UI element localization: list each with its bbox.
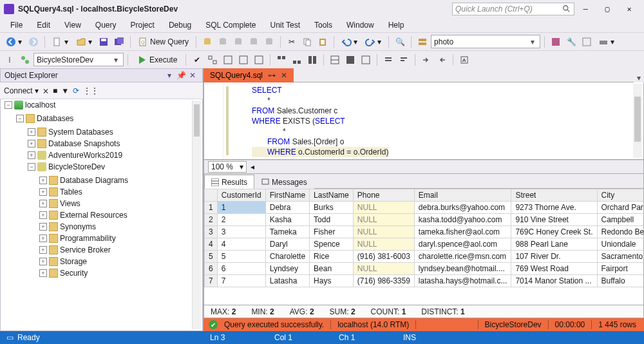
db-icon-2[interactable] bbox=[216, 35, 230, 49]
menu-view[interactable]: View bbox=[58, 19, 88, 31]
tree-node[interactable]: +Tables bbox=[39, 186, 202, 198]
table-row[interactable]: 77LatashaHays(716) 986-3359latasha.hays@… bbox=[205, 275, 645, 287]
db-icon-4[interactable] bbox=[247, 35, 261, 49]
scrollbar-vertical[interactable] bbox=[192, 100, 201, 329]
tree-node[interactable]: +Database Snapshots bbox=[28, 138, 202, 149]
minimize-button[interactable]: — bbox=[574, 2, 596, 16]
sql-editor[interactable]: ⇕ SELECT * FROM Sales.Customer c WHERE E… bbox=[204, 82, 644, 160]
column-header[interactable]: Phone bbox=[353, 189, 414, 202]
results-layout-2[interactable] bbox=[290, 53, 304, 67]
pin-icon[interactable]: ⊶ bbox=[268, 71, 276, 80]
tree-node[interactable]: +Synonyms bbox=[39, 221, 202, 233]
db-icon-5[interactable] bbox=[262, 35, 276, 49]
column-header[interactable]: Email bbox=[414, 189, 511, 202]
plan-icon-4[interactable] bbox=[252, 53, 266, 67]
change-connection-icon[interactable] bbox=[18, 53, 32, 67]
tree-databases-node[interactable]: −Databases +System Databases +Database S… bbox=[16, 113, 202, 279]
tree-node[interactable]: +External Resources bbox=[39, 209, 202, 221]
plan-icon-1[interactable] bbox=[205, 53, 220, 67]
panel-menu-icon[interactable]: ▾ bbox=[164, 71, 175, 80]
tool-icon-a[interactable] bbox=[549, 35, 563, 49]
menu-edit[interactable]: Edit bbox=[30, 19, 57, 31]
table-row[interactable]: 44DarylSpenceNULLdaryl.spence@aol.com988… bbox=[205, 238, 645, 251]
nav-back-button[interactable]: ▾ bbox=[3, 35, 25, 49]
column-header[interactable]: FirstName bbox=[265, 189, 309, 202]
menu-sqlcomplete[interactable]: SQL Complete bbox=[199, 19, 262, 31]
menu-tools[interactable]: Tools bbox=[308, 19, 339, 31]
menu-file[interactable]: File bbox=[4, 19, 29, 31]
grid-icon-3[interactable] bbox=[359, 53, 373, 67]
find-button[interactable]: 🔍 bbox=[393, 35, 407, 49]
copy-button[interactable] bbox=[300, 35, 314, 49]
activity-icon[interactable]: ⋮⋮ bbox=[83, 86, 99, 95]
paste-button[interactable] bbox=[316, 35, 330, 49]
plan-icon-2[interactable] bbox=[221, 53, 235, 67]
search-combo[interactable]: photo ▾ bbox=[431, 35, 540, 48]
menu-help[interactable]: Help bbox=[382, 19, 411, 31]
plan-icon-3[interactable] bbox=[236, 53, 251, 67]
wrench-icon[interactable]: 🔧 bbox=[564, 35, 578, 49]
filter-icon[interactable]: ▼ bbox=[61, 86, 69, 95]
cut-button[interactable]: ✂ bbox=[285, 35, 299, 49]
close-icon[interactable]: ✕ bbox=[281, 71, 287, 80]
table-row[interactable]: 22KashaToddNULLkasha.todd@yahoo.com910 V… bbox=[205, 214, 645, 226]
database-combo[interactable]: BicycleStoreDev ▾ bbox=[33, 53, 124, 66]
column-header[interactable]: City bbox=[597, 189, 644, 202]
stop-icon[interactable]: ■ bbox=[53, 86, 57, 95]
tree-node[interactable]: +Database Diagrams bbox=[39, 175, 202, 186]
registered-servers-icon[interactable] bbox=[415, 35, 430, 49]
maximize-button[interactable]: ▢ bbox=[596, 2, 618, 16]
redo-button[interactable]: ▾ bbox=[362, 35, 384, 49]
new-query-button[interactable]: QNew Query bbox=[135, 35, 192, 49]
tool-icon-c[interactable]: ▾ bbox=[595, 35, 618, 49]
column-header[interactable]: CustomerId bbox=[217, 189, 265, 202]
execute-button[interactable]: Execute bbox=[132, 53, 182, 67]
menu-debug[interactable]: Debug bbox=[162, 19, 198, 31]
undo-button[interactable]: ▾ bbox=[338, 35, 361, 49]
table-row[interactable]: 33TamekaFisherNULLtameka.fisher@aol.com7… bbox=[205, 226, 645, 238]
column-header[interactable]: Street bbox=[511, 189, 597, 202]
table-row[interactable]: 11DebraBurksNULLdebra.burks@yahoo.com927… bbox=[205, 202, 645, 214]
grip-icon[interactable]: ⁞ bbox=[3, 53, 17, 67]
tree-node[interactable]: +AdventureWorks2019 bbox=[28, 149, 202, 161]
uncomment-button[interactable] bbox=[397, 53, 411, 67]
outdent-button[interactable] bbox=[435, 53, 449, 67]
tree-node[interactable]: +Security bbox=[39, 267, 202, 279]
table-row[interactable]: 55CharoletteRice(916) 381-6003charolette… bbox=[205, 251, 645, 263]
nav-forward-button[interactable] bbox=[26, 35, 41, 49]
tree-server-node[interactable]: −localhost −Databases +System Databases … bbox=[5, 99, 202, 279]
save-all-button[interactable] bbox=[112, 35, 126, 49]
results-layout-1[interactable] bbox=[274, 53, 289, 67]
tab-results[interactable]: Results bbox=[204, 175, 254, 189]
zoom-arrow-icon[interactable]: ◂ bbox=[251, 162, 254, 171]
comment-button[interactable] bbox=[381, 53, 395, 67]
menu-unittest[interactable]: Unit Test bbox=[264, 19, 307, 31]
zoom-combo[interactable]: 100 %▾ bbox=[208, 161, 247, 173]
template-button[interactable]: A bbox=[457, 53, 471, 67]
tree-node[interactable]: +Views bbox=[39, 198, 202, 209]
table-row[interactable]: 66LyndseyBeanNULLlyndsey.bean@hotmail...… bbox=[205, 263, 645, 275]
tab-messages[interactable]: Messages bbox=[254, 175, 314, 189]
editor-tab-active[interactable]: SQLQuery4.sql ⊶ ✕ bbox=[204, 68, 294, 82]
close-icon[interactable]: ✕ bbox=[187, 71, 198, 80]
close-button[interactable]: ✕ bbox=[618, 2, 640, 16]
tree-node[interactable]: +Service Broker bbox=[39, 244, 202, 256]
menu-window[interactable]: Window bbox=[340, 19, 381, 31]
tree-node[interactable]: +System Databases bbox=[28, 126, 202, 138]
tree-node[interactable]: +Programmability bbox=[39, 233, 202, 244]
tree-node[interactable]: +Storage bbox=[39, 256, 202, 267]
open-file-button[interactable]: ▾ bbox=[73, 35, 95, 49]
refresh-icon[interactable]: ⟳ bbox=[73, 86, 79, 95]
db-icon-1[interactable] bbox=[200, 35, 214, 49]
object-explorer-tree[interactable]: −localhost −Databases +System Databases … bbox=[0, 99, 203, 331]
quick-launch-input[interactable]: Quick Launch (Ctrl+Q) bbox=[452, 3, 574, 15]
results-layout-3[interactable] bbox=[305, 53, 319, 67]
pin-icon[interactable]: 📌 bbox=[175, 71, 187, 80]
editor-scrollbar[interactable] bbox=[633, 84, 642, 158]
disconnect-icon[interactable]: ⨯ bbox=[43, 86, 49, 95]
new-file-button[interactable]: ▾ bbox=[49, 35, 71, 49]
tab-overflow-icon[interactable]: ▾ bbox=[634, 73, 644, 82]
indent-button[interactable] bbox=[419, 53, 433, 67]
tool-icon-b[interactable] bbox=[580, 35, 594, 49]
menu-project[interactable]: Project bbox=[124, 19, 161, 31]
